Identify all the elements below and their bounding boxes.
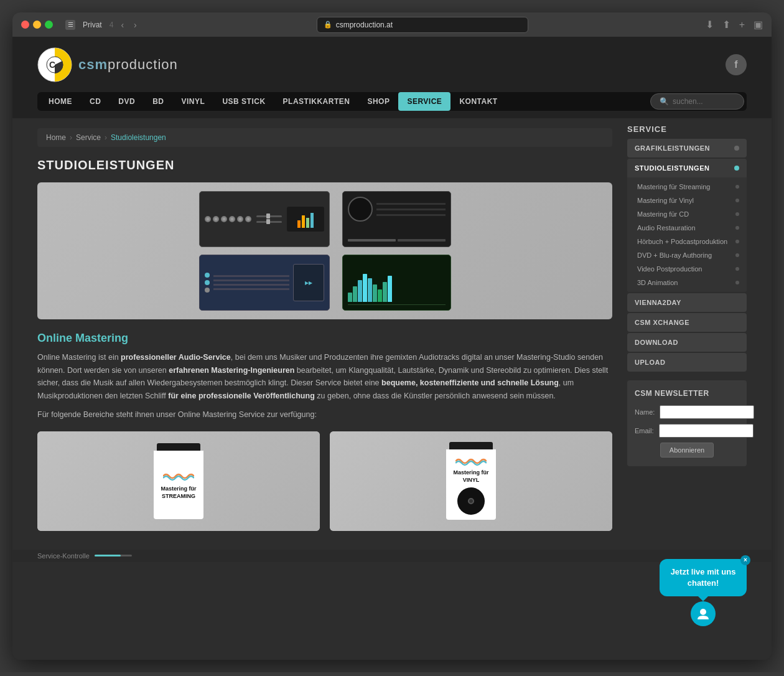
new-tab-icon[interactable]: + [739, 19, 745, 31]
status-bar-progress [95, 555, 132, 556]
sidebar-sub-mastering-vinyl[interactable]: Mastering für Vinyl [627, 194, 747, 207]
sidebar-sub-3d-animation[interactable]: 3D Animation [627, 276, 747, 289]
chat-close-button[interactable]: × [740, 555, 750, 565]
address-bar-wrap: 🔒 csmproduction.at [144, 17, 701, 33]
lock-icon: 🔒 [324, 21, 332, 29]
status-bar-progress-fill [95, 555, 121, 556]
traffic-lights [21, 21, 53, 29]
sidebar-sub-hoerbuch[interactable]: Hörbuch + Podcastproduktion [627, 235, 747, 248]
close-button[interactable] [21, 21, 29, 29]
sidebar-sub-mastering-cd[interactable]: Mastering für CD [627, 207, 747, 221]
product-cards: Mastering für STREAMING [37, 431, 612, 531]
logo-image: C [37, 47, 72, 82]
sidebar-grafik-header[interactable]: GRAFIKLEISTUNGEN [627, 139, 747, 157]
product-card-vinyl[interactable]: Mastering für VINYL [330, 431, 612, 531]
sidebar-studio-subitems: Mastering für Streaming Mastering für Vi… [627, 177, 747, 292]
streaming-wave-icon [163, 469, 194, 483]
sidebar-csm-xchange[interactable]: CSM XCHANGE [627, 313, 747, 332]
sidebar-sub-dvd-authoring[interactable]: DVD + Blu-ray Authoring [627, 248, 747, 262]
svg-text:C: C [49, 60, 55, 70]
chat-avatar[interactable] [691, 601, 716, 626]
sidebar-block-studio: STUDIOLEISTUNGEN Mastering für Streaming… [627, 159, 747, 292]
logo-csm: csm [78, 57, 108, 72]
sidebar-sub-audio-restauration[interactable]: Audio Restauration [627, 221, 747, 235]
logo-text: csmproduction [78, 57, 178, 73]
sidebar-sub-label-4: Hörbuch + Podcastproduktion [637, 238, 727, 245]
sub-dot-5 [735, 253, 739, 257]
sidebar-studio-header[interactable]: STUDIOLEISTUNGEN [627, 159, 747, 177]
nav-vinyl[interactable]: VINYL [173, 92, 214, 111]
newsletter-heading: CSM NEWSLETTER [635, 389, 739, 398]
site-nav: HOME CD DVD BD VINYL USB STICK PLASTIKKA… [12, 92, 772, 118]
search-box[interactable]: 🔍 [650, 93, 744, 110]
download-icon[interactable]: ⬇ [706, 19, 714, 31]
share-icon[interactable]: ⬆ [722, 19, 730, 31]
sidebar-grafik-dot [734, 146, 739, 151]
minimize-button[interactable] [33, 21, 41, 29]
site-header: C csmproduction f [12, 37, 772, 92]
sidebar-grafik-label: GRAFIKLEISTUNGEN [635, 144, 710, 152]
body-bold-1: professioneller Audio-Service [121, 353, 231, 362]
tab-label[interactable]: Privat [83, 21, 102, 29]
sidebar-download[interactable]: DOWNLOAD [627, 333, 747, 352]
breadcrumb: Home › Service › Studioleistungen [37, 128, 612, 147]
browser-window: ☰ Privat 4 ‹ › 🔒 csmproduction.at ⬇ ⬆ + … [12, 12, 772, 660]
sidebar-sub-label-6: Video Postproduction [637, 265, 702, 273]
breadcrumb-home[interactable]: Home [46, 133, 66, 142]
chat-bubble-text: Jetzt live mit uns chatten! [671, 567, 736, 588]
newsletter-name-field: Name: [635, 405, 739, 419]
sidebar-sub-video-post[interactable]: Video Postproduction [627, 262, 747, 276]
nav-usb[interactable]: USB STICK [213, 92, 274, 111]
device-grid-bottom: ▶▶ [199, 255, 451, 311]
tabs-icon[interactable]: ▣ [754, 19, 763, 31]
hero-image: ▶▶ [37, 182, 612, 319]
tab-icon: ☰ [65, 20, 75, 30]
breadcrumb-sep1: › [70, 133, 72, 142]
newsletter-name-input[interactable] [660, 405, 754, 419]
sidebar-vienna2day[interactable]: VIENNA2DAY [627, 293, 747, 312]
back-button[interactable]: ‹ [118, 19, 126, 31]
newsletter-email-label: Email: [635, 427, 654, 434]
status-label: Service-Kontrolle [37, 552, 90, 560]
logo-production: production [108, 57, 178, 72]
newsletter-email-input[interactable] [659, 424, 754, 438]
sidebar-sub-label-7: 3D Animation [637, 279, 678, 286]
sub-dot-4 [735, 240, 739, 243]
sub-dot-7 [735, 281, 739, 284]
tab-badge: 4 [110, 21, 114, 29]
body-text-5: zu geben, ohne dass die Künstler persönl… [315, 392, 556, 400]
sidebar-sub-mastering-streaming[interactable]: Mastering für Streaming [627, 180, 747, 194]
device-grid-top [199, 191, 451, 247]
newsletter-box: CSM NEWSLETTER Name: Email: Abonnieren [627, 380, 747, 466]
nav-kontakt[interactable]: KONTAKT [450, 92, 506, 111]
body-text-1: Online Mastering ist ein [37, 353, 121, 362]
nav-plastikkarten[interactable]: PLASTIKKARTEN [274, 92, 359, 111]
vinyl-disc [457, 487, 485, 515]
nav-shop[interactable]: SHOP [358, 92, 398, 111]
sub-dot-2 [735, 212, 739, 216]
nav-service[interactable]: SERVICE [398, 92, 450, 111]
sub-dot-0 [735, 185, 739, 189]
nav-bd[interactable]: BD [144, 92, 172, 111]
browser-actions: ⬇ ⬆ + ▣ [706, 19, 763, 31]
facebook-icon[interactable]: f [726, 54, 747, 75]
newsletter-submit-button[interactable]: Abonnieren [660, 443, 714, 458]
sub-dot-3 [735, 226, 739, 230]
sidebar-upload[interactable]: UPLOAD [627, 353, 747, 372]
sidebar-sub-label-3: Audio Restauration [637, 224, 696, 232]
chat-bubble[interactable]: × Jetzt live mit uns chatten! [660, 559, 747, 596]
nav-dvd[interactable]: DVD [110, 92, 144, 111]
nav-search: 🔍 [650, 93, 744, 110]
product-card-streaming[interactable]: Mastering für STREAMING [37, 431, 320, 531]
body-bold-4: für eine professionelle Veröffentlichung [168, 392, 314, 400]
nav-cd[interactable]: CD [81, 92, 110, 111]
maximize-button[interactable] [45, 21, 53, 29]
website-content: C csmproduction f HOME CD DVD BD VINYL U… [12, 37, 772, 660]
nav-home[interactable]: HOME [40, 92, 81, 111]
address-bar[interactable]: 🔒 csmproduction.at [317, 17, 528, 33]
product-streaming-label1: Mastering für [161, 486, 196, 492]
forward-button[interactable]: › [131, 19, 139, 31]
search-input[interactable] [673, 97, 735, 106]
search-icon: 🔍 [660, 97, 669, 106]
breadcrumb-service[interactable]: Service [76, 133, 101, 142]
